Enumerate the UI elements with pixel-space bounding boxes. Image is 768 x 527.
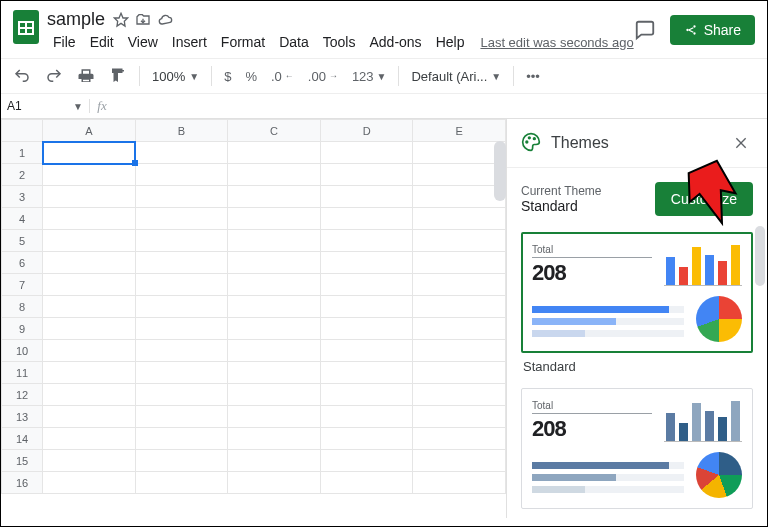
cell[interactable] — [320, 164, 413, 186]
cell[interactable] — [228, 230, 321, 252]
formula-input[interactable] — [114, 99, 767, 114]
cell[interactable] — [320, 406, 413, 428]
cell[interactable] — [413, 208, 506, 230]
more-formats[interactable]: 123 ▼ — [350, 67, 389, 86]
cell[interactable] — [413, 142, 506, 164]
cell[interactable] — [320, 252, 413, 274]
star-icon[interactable] — [113, 12, 129, 28]
cell[interactable] — [228, 362, 321, 384]
cell[interactable] — [135, 274, 228, 296]
cell[interactable] — [413, 340, 506, 362]
cell[interactable] — [228, 406, 321, 428]
row-header[interactable]: 3 — [2, 186, 43, 208]
cell[interactable] — [43, 472, 136, 494]
cell[interactable] — [228, 340, 321, 362]
cell[interactable] — [135, 428, 228, 450]
redo-button[interactable] — [43, 65, 65, 87]
cell[interactable] — [228, 428, 321, 450]
menu-help[interactable]: Help — [430, 32, 471, 52]
cell[interactable] — [413, 274, 506, 296]
menu-addons[interactable]: Add-ons — [363, 32, 427, 52]
row-header[interactable]: 6 — [2, 252, 43, 274]
cell[interactable] — [413, 252, 506, 274]
cell[interactable] — [320, 340, 413, 362]
cell[interactable] — [135, 252, 228, 274]
row-header[interactable]: 4 — [2, 208, 43, 230]
cell[interactable] — [43, 362, 136, 384]
cell[interactable] — [228, 274, 321, 296]
cell[interactable] — [228, 208, 321, 230]
cell[interactable] — [43, 186, 136, 208]
cell[interactable] — [228, 384, 321, 406]
col-header-E[interactable]: E — [413, 120, 506, 142]
close-panel-button[interactable] — [729, 131, 753, 155]
select-all-cell[interactable] — [2, 120, 43, 142]
name-box[interactable]: A1 ▼ — [1, 99, 90, 113]
undo-button[interactable] — [11, 65, 33, 87]
row-header[interactable]: 10 — [2, 340, 43, 362]
row-header[interactable]: 16 — [2, 472, 43, 494]
cell[interactable] — [135, 164, 228, 186]
row-header[interactable]: 8 — [2, 296, 43, 318]
row-header[interactable]: 15 — [2, 450, 43, 472]
cell[interactable] — [135, 472, 228, 494]
cell[interactable] — [43, 164, 136, 186]
cell[interactable] — [320, 230, 413, 252]
grid-scrollbar[interactable] — [494, 141, 506, 201]
cell[interactable] — [43, 318, 136, 340]
menu-format[interactable]: Format — [215, 32, 271, 52]
customize-button[interactable]: Customize — [655, 182, 753, 216]
cell[interactable] — [413, 230, 506, 252]
menu-file[interactable]: File — [47, 32, 82, 52]
cell[interactable] — [228, 252, 321, 274]
cell[interactable] — [320, 274, 413, 296]
spreadsheet-grid[interactable]: A B C D E 12345678910111213141516 — [1, 119, 507, 518]
cell[interactable] — [413, 362, 506, 384]
cell[interactable] — [320, 362, 413, 384]
cell[interactable] — [413, 164, 506, 186]
cell[interactable] — [135, 142, 228, 164]
cell[interactable] — [413, 384, 506, 406]
cell[interactable] — [135, 384, 228, 406]
row-header[interactable]: 5 — [2, 230, 43, 252]
menu-data[interactable]: Data — [273, 32, 315, 52]
cell[interactable] — [320, 384, 413, 406]
cell[interactable] — [135, 230, 228, 252]
cell[interactable] — [413, 296, 506, 318]
cell[interactable] — [228, 142, 321, 164]
row-header[interactable]: 11 — [2, 362, 43, 384]
cell[interactable] — [135, 450, 228, 472]
move-icon[interactable] — [135, 12, 151, 28]
cell[interactable] — [43, 428, 136, 450]
cell[interactable] — [43, 384, 136, 406]
paint-format-button[interactable] — [107, 65, 129, 87]
cell[interactable] — [135, 318, 228, 340]
row-header[interactable]: 7 — [2, 274, 43, 296]
cell[interactable] — [320, 186, 413, 208]
increase-decimal[interactable]: .00→ — [306, 67, 340, 86]
row-header[interactable]: 13 — [2, 406, 43, 428]
print-button[interactable] — [75, 65, 97, 87]
doc-title[interactable]: sample — [47, 9, 105, 30]
cell[interactable] — [43, 208, 136, 230]
row-header[interactable]: 14 — [2, 428, 43, 450]
comments-icon[interactable] — [634, 19, 656, 41]
format-currency[interactable]: $ — [222, 67, 233, 86]
cell[interactable] — [320, 318, 413, 340]
toolbar-more[interactable]: ••• — [524, 67, 542, 86]
cell[interactable] — [43, 142, 136, 164]
col-header-A[interactable]: A — [43, 120, 136, 142]
cell[interactable] — [320, 428, 413, 450]
cell[interactable] — [413, 428, 506, 450]
col-header-B[interactable]: B — [135, 120, 228, 142]
cell[interactable] — [43, 450, 136, 472]
theme-card-standard[interactable]: Total 208 — [521, 232, 753, 353]
cell[interactable] — [413, 472, 506, 494]
cell[interactable] — [135, 362, 228, 384]
cell[interactable] — [228, 296, 321, 318]
cell[interactable] — [43, 252, 136, 274]
sheets-logo[interactable] — [13, 9, 39, 45]
cell[interactable] — [135, 186, 228, 208]
row-header[interactable]: 12 — [2, 384, 43, 406]
last-edit-link[interactable]: Last edit was seconds ago — [480, 35, 633, 50]
